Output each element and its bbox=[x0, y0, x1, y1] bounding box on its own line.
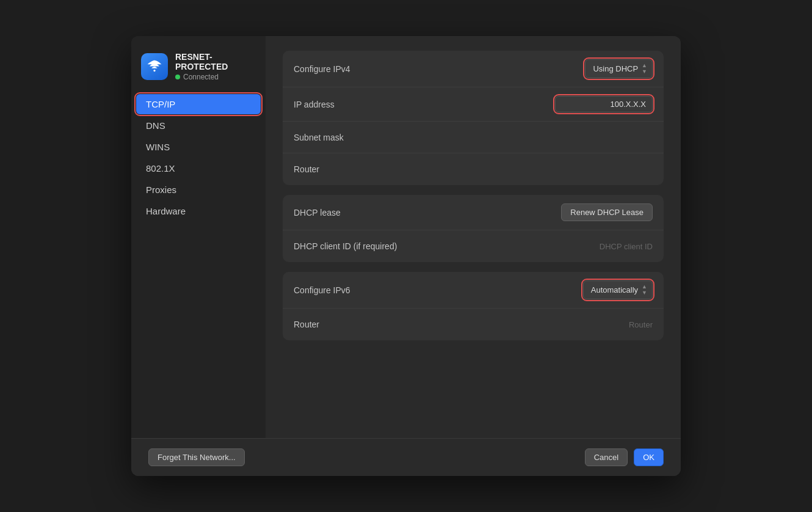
renew-dhcp-button[interactable]: Renew DHCP Lease bbox=[561, 203, 653, 221]
status-label: Connected bbox=[183, 73, 219, 81]
dhcp-client-id-row: DHCP client ID (if required) DHCP client… bbox=[283, 230, 664, 262]
router-label-1: Router bbox=[294, 164, 653, 174]
select-arrows-ipv6: ▲ ▼ bbox=[642, 284, 647, 296]
configure-ipv6-row: Configure IPv6 Automatically ▲ ▼ bbox=[283, 272, 664, 309]
ipv6-section: Configure IPv6 Automatically ▲ ▼ Router … bbox=[283, 272, 664, 340]
footer-actions: Cancel OK bbox=[585, 448, 664, 466]
main-content: Configure IPv4 Using DHCP ▲ ▼ IP address… bbox=[266, 36, 681, 438]
router-row-1: Router bbox=[283, 153, 664, 185]
ip-address-input[interactable]: 100.X.X.X bbox=[555, 96, 653, 112]
wifi-icon bbox=[141, 53, 168, 80]
sidebar-item-dns[interactable]: DNS bbox=[136, 115, 261, 136]
configure-ipv6-label: Configure IPv6 bbox=[294, 285, 583, 295]
forget-network-button[interactable]: Forget This Network... bbox=[148, 448, 245, 466]
configure-ipv6-select[interactable]: Automatically ▲ ▼ bbox=[583, 280, 653, 299]
configure-ipv4-label: Configure IPv4 bbox=[294, 64, 585, 74]
dialog-footer: Forget This Network... Cancel OK bbox=[131, 438, 681, 476]
cancel-button[interactable]: Cancel bbox=[585, 448, 628, 466]
dialog-body: RESNET-PROTECTED Connected TCP/IP DNS WI… bbox=[131, 36, 681, 438]
router-label-2: Router bbox=[294, 320, 629, 329]
dhcp-section: DHCP lease Renew DHCP Lease DHCP client … bbox=[283, 195, 664, 262]
dhcp-lease-label: DHCP lease bbox=[294, 208, 561, 218]
status-dot bbox=[175, 75, 180, 79]
configure-ipv4-select[interactable]: Using DHCP ▲ ▼ bbox=[585, 59, 653, 78]
subnet-mask-label: Subnet mask bbox=[294, 133, 653, 142]
router-row-2: Router Router bbox=[283, 309, 664, 340]
network-header: RESNET-PROTECTED Connected bbox=[131, 46, 266, 93]
svg-point-0 bbox=[153, 70, 155, 71]
select-arrows-ipv4: ▲ ▼ bbox=[642, 63, 647, 75]
wifi-svg bbox=[147, 59, 162, 75]
ok-button[interactable]: OK bbox=[634, 448, 664, 466]
router-placeholder: Router bbox=[629, 320, 653, 329]
sidebar: RESNET-PROTECTED Connected TCP/IP DNS WI… bbox=[131, 36, 266, 438]
network-name: RESNET-PROTECTED bbox=[175, 52, 256, 71]
dhcp-client-id-label: DHCP client ID (if required) bbox=[294, 241, 600, 251]
sidebar-item-8021x[interactable]: 802.1X bbox=[136, 158, 261, 178]
dhcp-lease-row: DHCP lease Renew DHCP Lease bbox=[283, 195, 664, 230]
sidebar-item-tcpip[interactable]: TCP/IP bbox=[136, 94, 261, 114]
sidebar-item-hardware[interactable]: Hardware bbox=[136, 201, 261, 221]
ip-address-label: IP address bbox=[294, 100, 555, 109]
dhcp-client-id-placeholder[interactable]: DHCP client ID bbox=[600, 242, 653, 251]
network-info: RESNET-PROTECTED Connected bbox=[175, 52, 256, 81]
network-settings-dialog: RESNET-PROTECTED Connected TCP/IP DNS WI… bbox=[131, 36, 681, 476]
subnet-mask-row: Subnet mask bbox=[283, 122, 664, 153]
ip-address-row: IP address 100.X.X.X bbox=[283, 87, 664, 122]
sidebar-item-proxies[interactable]: Proxies bbox=[136, 180, 261, 200]
network-status: Connected bbox=[175, 73, 256, 81]
sidebar-item-wins[interactable]: WINS bbox=[136, 137, 261, 157]
ipv4-section: Configure IPv4 Using DHCP ▲ ▼ IP address… bbox=[283, 51, 664, 185]
configure-ipv4-row: Configure IPv4 Using DHCP ▲ ▼ bbox=[283, 51, 664, 87]
